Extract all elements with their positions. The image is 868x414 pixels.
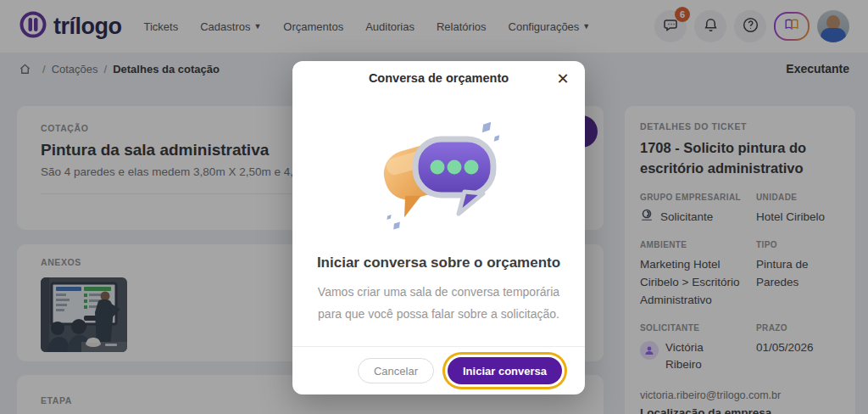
modal-content: Iniciar conversa sobre o orçamento Vamos… xyxy=(292,95,585,346)
modal-footer: Cancelar Iniciar conversa xyxy=(292,346,585,394)
modal-header: Conversa de orçamento ✕ xyxy=(292,61,585,95)
chat-bubbles-illustration xyxy=(363,109,515,246)
start-conversation-button[interactable]: Iniciar conversa xyxy=(448,357,562,384)
budget-conversation-modal: Conversa de orçamento ✕ xyxy=(292,61,585,394)
close-icon[interactable]: ✕ xyxy=(553,69,573,89)
cancel-button[interactable]: Cancelar xyxy=(358,358,434,383)
modal-title: Conversa de orçamento xyxy=(369,71,509,85)
app-root: trílogo Tickets Cadastros▼ Orçamentos Au… xyxy=(0,0,868,414)
modal-heading: Iniciar conversa sobre o orçamento xyxy=(317,255,560,271)
modal-description: Vamos criar uma sala de conversa temporá… xyxy=(292,282,585,326)
